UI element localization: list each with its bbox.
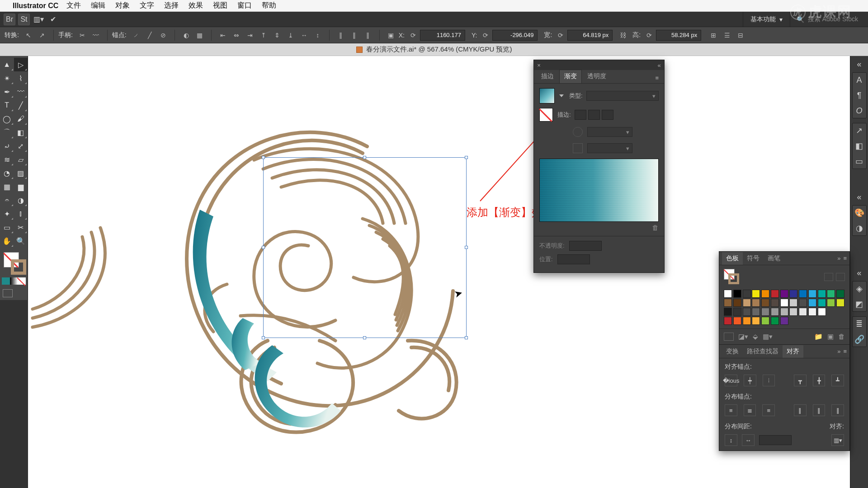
handle-cut-icon[interactable]: ✂: [77, 30, 88, 41]
swatch-cell[interactable]: [743, 290, 751, 298]
swatch-cell[interactable]: [818, 299, 826, 307]
shape-mode-icon[interactable]: ⊞: [708, 30, 719, 41]
swatch-cell[interactable]: [818, 290, 826, 298]
tab-align[interactable]: 对齐: [783, 345, 803, 358]
menu-object[interactable]: 对象: [115, 1, 130, 10]
align-left-button[interactable]: �ious: [725, 375, 737, 386]
graph-tool[interactable]: ⫿: [14, 207, 28, 221]
gradient-tool[interactable]: ▆: [14, 180, 28, 193]
swatch-cell[interactable]: [799, 308, 807, 316]
artboards-panel-icon[interactable]: ▭: [854, 156, 865, 167]
swatch-cell[interactable]: [789, 299, 797, 307]
swatch-cell[interactable]: [827, 299, 835, 307]
color-panel-icon[interactable]: 🎨: [854, 207, 865, 218]
menu-edit[interactable]: 编辑: [91, 1, 105, 10]
ref-point-icon[interactable]: ▣: [386, 30, 396, 41]
swatch-cell[interactable]: [761, 299, 769, 307]
anchor-remove-icon[interactable]: ⟋: [131, 30, 142, 41]
panel-close-icon[interactable]: ×: [534, 62, 544, 69]
swatch-align-panel-group[interactable]: 色板 符号 画笔 »≡ ◪▾ ⬙ ▦▾ 📁 ▣ 🗑: [719, 251, 850, 451]
artboard-tool[interactable]: ▭: [0, 221, 14, 234]
w-stepper-icon[interactable]: ⟳: [555, 30, 566, 41]
swatch-cell[interactable]: [799, 299, 807, 307]
menu-file[interactable]: 文件: [66, 1, 81, 10]
eyedropper-tool[interactable]: 𝄐: [0, 193, 14, 207]
menu-window[interactable]: 窗口: [237, 1, 252, 10]
paragraph-panel-icon[interactable]: ¶: [854, 90, 865, 101]
character-panel-icon[interactable]: A: [854, 75, 865, 85]
bridge-icon[interactable]: Br: [4, 14, 15, 25]
swatch-new-icon[interactable]: ▣: [827, 333, 834, 341]
dist-vspace-button[interactable]: ↕: [725, 434, 737, 446]
swatch-library-icon[interactable]: [724, 333, 734, 341]
vdist2-icon[interactable]: ‖: [349, 30, 360, 41]
color-guide-panel-icon[interactable]: ◑: [854, 223, 865, 234]
panel-collapse3-icon[interactable]: »: [837, 348, 840, 355]
stroke-grad-across-icon[interactable]: [602, 110, 613, 120]
dist-vcenter-button[interactable]: ≣: [744, 404, 756, 416]
gradient-swatch-dropdown-icon[interactable]: [559, 94, 564, 97]
swatch-cell[interactable]: [789, 308, 797, 316]
dist-v-icon[interactable]: ↕: [312, 30, 323, 41]
stroke-grad-within-icon[interactable]: [575, 110, 586, 120]
menu-view[interactable]: 视图: [213, 1, 227, 10]
gradient-panel[interactable]: × « 描边 渐变 透明度 ≡ 类型: ▾ 描边:: [533, 60, 665, 273]
brush-tool[interactable]: 🖌: [14, 112, 28, 126]
dist-top-button[interactable]: ≡: [725, 404, 737, 416]
handle-smooth-icon[interactable]: 〰: [90, 30, 101, 41]
swatch-grid-view-icon[interactable]: [836, 273, 845, 281]
swatch-colorgroup-icon[interactable]: ▦▾: [763, 333, 773, 341]
perspective-tool[interactable]: ▨: [14, 166, 28, 180]
align-b-icon[interactable]: ⤓: [285, 30, 296, 41]
gradient-preview[interactable]: [539, 159, 659, 222]
dock-expand2-icon[interactable]: «: [854, 192, 865, 202]
dist-right-button[interactable]: ‖: [831, 404, 844, 416]
angle-field[interactable]: ▾: [587, 127, 632, 137]
swatch-delete-icon[interactable]: 🗑: [838, 333, 845, 341]
blend-tool[interactable]: ◑: [14, 193, 28, 207]
h-field[interactable]: 58.284 px: [656, 30, 701, 41]
graphic-styles-panel-icon[interactable]: ◩: [854, 299, 865, 310]
dist-hcenter-button[interactable]: ‖: [813, 404, 826, 416]
panel-collapse2-icon[interactable]: »: [837, 255, 840, 262]
dock-expand3-icon[interactable]: «: [854, 267, 865, 278]
swatch-cell[interactable]: [743, 308, 751, 316]
menu-select[interactable]: 选择: [164, 1, 179, 10]
align-vcenter-button[interactable]: ╋: [813, 375, 826, 386]
w-field[interactable]: 64.819 px: [567, 30, 613, 41]
swatch-grid[interactable]: [724, 290, 845, 325]
swatch-cell[interactable]: [771, 290, 779, 298]
tab-symbols[interactable]: 符号: [743, 252, 764, 265]
swatch-cell[interactable]: [724, 299, 732, 307]
ellipse-tool[interactable]: ◯: [0, 112, 14, 126]
swatch-cell[interactable]: [743, 299, 751, 307]
swatch-cell[interactable]: [752, 290, 760, 298]
x-field[interactable]: 1160.177: [420, 30, 465, 41]
swatch-cell[interactable]: [818, 308, 826, 316]
swatch-cell[interactable]: [743, 317, 751, 325]
arrange-docs-icon[interactable]: ▥▾: [33, 14, 44, 25]
swatch-cell[interactable]: [836, 299, 844, 307]
swatch-options-icon[interactable]: ⬙: [753, 333, 758, 341]
convert-point2-icon[interactable]: ↗: [37, 30, 47, 41]
swatch-cell[interactable]: [771, 299, 779, 307]
stroke-grad-along-icon[interactable]: [588, 110, 600, 120]
dist-bottom-button[interactable]: ≡: [762, 404, 775, 416]
stroke-none-swatch[interactable]: [539, 108, 553, 122]
tab-gradient[interactable]: 渐变: [559, 70, 582, 83]
mesh-tool[interactable]: ▦: [0, 180, 14, 193]
panel-menu-icon[interactable]: ≡: [652, 73, 661, 83]
align-t-icon[interactable]: ⤒: [258, 30, 269, 41]
transform-panel-icon[interactable]: ⊟: [735, 30, 746, 41]
eraser-tool[interactable]: ◧: [14, 126, 28, 139]
layers-panel-icon[interactable]: ≣: [854, 319, 865, 329]
document-title[interactable]: 春分演示文件.ai* @ 567.64% (CMYK/GPU 预览): [366, 45, 512, 54]
swatch-cell[interactable]: [733, 290, 741, 298]
dock-expand-icon[interactable]: «: [854, 59, 865, 70]
swatch-cell[interactable]: [724, 317, 732, 325]
swatch-cell[interactable]: [724, 308, 732, 316]
tab-brushes[interactable]: 画笔: [764, 252, 784, 265]
workspace-switcher[interactable]: 基本功能▾: [743, 12, 790, 27]
align-hcenter-button[interactable]: ┿: [744, 375, 756, 386]
dist-hspace-button[interactable]: ↔: [742, 434, 755, 446]
